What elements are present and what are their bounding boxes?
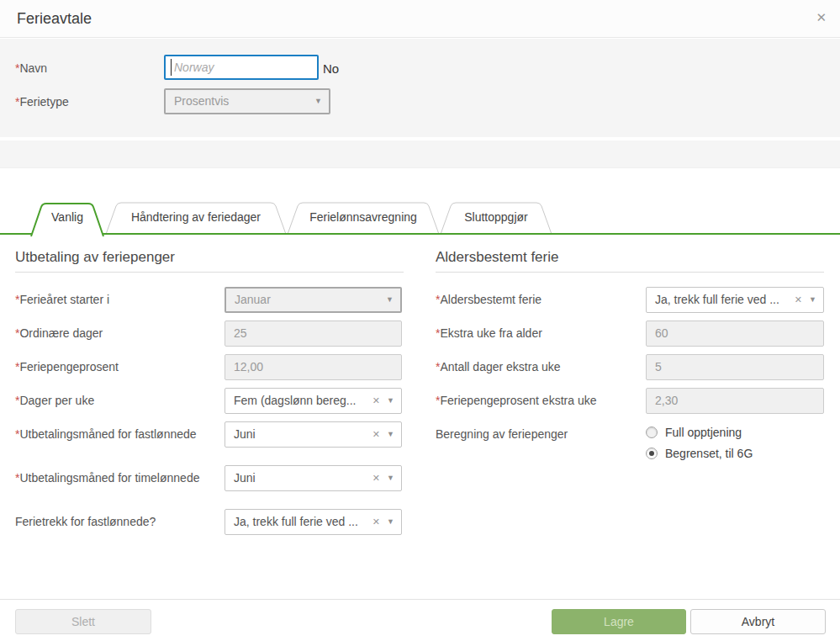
spacer-band [0, 140, 840, 168]
radio-icon [646, 448, 658, 459]
row-feriearet-starter-i: *Ferieåret starter i Januar ▼ [15, 287, 404, 313]
row-antall-dager-ekstra-uke: *Antall dager ekstra uke 5 [436, 354, 826, 380]
name-input[interactable] [166, 56, 317, 78]
left-section-title: Utbetaling av feriepenger [15, 249, 404, 273]
row-feriepengeprosent: *Feriepengeprosent 12,00 [15, 354, 404, 380]
cancel-button[interactable]: Avbryt [690, 609, 826, 634]
field-label: *Ordinære dager [15, 320, 225, 342]
clear-icon[interactable]: ✕ [372, 510, 380, 534]
left-form-column: *Ferieåret starter i Januar ▼ *Ordinære … [15, 287, 404, 543]
tab-label: Håndtering av feriedager [106, 210, 286, 224]
tab-bar: Vanlig Håndtering av feriedager Ferieløn… [0, 202, 840, 236]
radio-full-opptjening[interactable]: Full opptjening [646, 426, 824, 439]
chevron-down-icon[interactable]: ▼ [387, 466, 394, 490]
row-aldersbestemt-ferie: *Aldersbestemt ferie Ja, trekk full feri… [436, 287, 826, 313]
chevron-down-icon[interactable]: ▼ [809, 288, 816, 312]
field-label: Beregning av feriepenger [436, 421, 646, 442]
feriearet-select: Januar ▼ [225, 287, 402, 313]
row-ferietrekk-fastlonnede: Ferietrekk for fastlønnede? Ja, trekk fu… [15, 509, 404, 535]
dialog-footer: Slett Lagre Avbryt [0, 599, 840, 641]
field-label: *Aldersbestemt ferie [436, 287, 646, 308]
utbetalingsmaned-fastlonnede-combobox[interactable]: Juni ✕ ▼ [225, 421, 402, 448]
text-cursor [171, 59, 172, 76]
dialog-header: Ferieavtale ✕ [0, 0, 840, 38]
feriepengeprosent-ekstra-uke-input: 2,30 [646, 388, 824, 414]
field-label: *Ferieåret starter i [15, 287, 225, 308]
radio-icon [646, 426, 658, 438]
right-section-title: Aldersbestemt ferie [436, 249, 824, 273]
tab-label: Ferielønnsavregning [288, 210, 439, 224]
right-form-column: *Aldersbestemt ferie Ja, trekk full feri… [436, 287, 826, 475]
row-ekstra-uke-fra-alder: *Ekstra uke fra alder 60 [436, 320, 826, 347]
ekstra-uke-fra-alder-input: 60 [646, 320, 824, 347]
row-utbetalingsmaned-fastlonnede: *Utbetalingsmåned for fastlønnede Juni ✕… [15, 421, 404, 448]
ordinaere-dager-input: 25 [225, 320, 402, 347]
name-input-wrapper [164, 55, 319, 80]
page-title: Ferieavtale [17, 10, 92, 28]
field-label: *Ekstra uke fra alder [436, 320, 646, 342]
tab-vanlig[interactable]: Vanlig [30, 202, 104, 236]
clear-icon[interactable]: ✕ [372, 422, 380, 447]
antall-dager-ekstra-uke-input: 5 [646, 354, 824, 380]
name-field-label: *Navn [15, 61, 47, 75]
chevron-down-icon: ▼ [386, 289, 394, 311]
row-ordinaere-dager: *Ordinære dager 25 [15, 320, 404, 347]
chevron-down-icon[interactable]: ▼ [387, 510, 394, 534]
tab-handtering-av-feriedager[interactable]: Håndtering av feriedager [106, 202, 286, 234]
field-label: *Dager per uke [15, 388, 225, 409]
dager-per-uke-combobox[interactable]: Fem (dagslønn bereg... ✕ ▼ [225, 388, 402, 414]
type-field-label: *Ferietype [15, 95, 69, 109]
field-label: *Feriepengeprosent [15, 354, 225, 375]
top-form-section: *Navn No *Ferietype Prosentvis ▼ [0, 39, 840, 137]
tab-sluttoppgjor[interactable]: Sluttoppgjør [441, 202, 552, 234]
ferietrekk-combobox[interactable]: Ja, trekk full ferie ved ... ✕ ▼ [225, 509, 402, 535]
utbetalingsmaned-timelonnede-combobox[interactable]: Juni ✕ ▼ [225, 465, 402, 491]
save-button[interactable]: Lagre [552, 609, 686, 634]
row-beregning-av-feriepenger: Beregning av feriepenger Full opptjening… [436, 421, 826, 468]
field-label: *Antall dager ekstra uke [436, 354, 646, 375]
tab-ferielonnsavregning[interactable]: Ferielønnsavregning [288, 202, 439, 234]
close-icon[interactable]: ✕ [816, 10, 827, 25]
chevron-down-icon[interactable]: ▼ [387, 389, 394, 413]
radio-begrenset-til-6g[interactable]: Begrenset, til 6G [646, 447, 824, 460]
field-label: *Utbetalingsmåned for timelønnede [15, 465, 225, 486]
chevron-down-icon[interactable]: ▼ [387, 422, 394, 447]
field-label: *Utbetalingsmåned for fastlønnede [15, 421, 225, 442]
clear-icon[interactable]: ✕ [795, 288, 802, 312]
clear-icon[interactable]: ✕ [372, 466, 380, 490]
field-label: *Feriepengeprosent ekstra uke [436, 388, 646, 409]
chevron-down-icon: ▼ [314, 90, 322, 113]
tab-label: Sluttoppgjør [441, 210, 552, 224]
country-code-text: No [323, 61, 339, 76]
radio-group: Full opptjening Begrenset, til 6G [646, 421, 824, 468]
ferietype-select: Prosentvis ▼ [164, 88, 330, 114]
aldersbestemt-ferie-combobox[interactable]: Ja, trekk full ferie ved ... ✕ ▼ [646, 287, 824, 313]
tab-label: Vanlig [30, 210, 104, 224]
row-dager-per-uke: *Dager per uke Fem (dagslønn bereg... ✕ … [15, 388, 404, 414]
row-feriepengeprosent-ekstra-uke: *Feriepengeprosent ekstra uke 2,30 [436, 388, 826, 414]
delete-button[interactable]: Slett [15, 609, 151, 634]
clear-icon[interactable]: ✕ [372, 389, 380, 413]
feriepengeprosent-input: 12,00 [225, 354, 402, 380]
row-utbetalingsmaned-timelonnede: *Utbetalingsmåned for timelønnede Juni ✕… [15, 465, 404, 491]
field-label: Ferietrekk for fastlønnede? [15, 509, 225, 530]
